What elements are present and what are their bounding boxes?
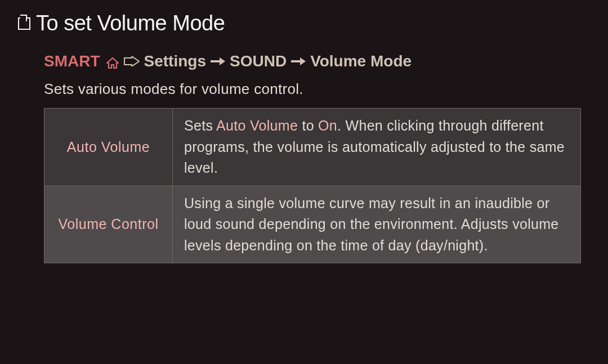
breadcrumb-smart: SMART bbox=[44, 52, 100, 70]
arrow-icon bbox=[291, 57, 306, 66]
settings-table: Auto Volume Sets Auto Volume to On. When… bbox=[44, 108, 581, 263]
table-row: Volume Control Using a single volume cur… bbox=[44, 186, 581, 263]
home-icon bbox=[106, 55, 119, 68]
page-description: Sets various modes for volume control. bbox=[44, 80, 581, 98]
breadcrumb-sound: SOUND bbox=[230, 52, 287, 70]
highlight-text: On bbox=[318, 118, 337, 133]
page-title: To set Volume Mode bbox=[36, 11, 225, 35]
row-description: Sets Auto Volume to On. When clicking th… bbox=[173, 109, 581, 186]
breadcrumb: SMART Settings SOUND bbox=[44, 52, 581, 70]
breadcrumb-settings: Settings bbox=[144, 52, 206, 70]
arrow-hollow-icon bbox=[124, 52, 140, 70]
row-label: Auto Volume bbox=[44, 109, 173, 186]
breadcrumb-volume-mode: Volume Mode bbox=[310, 52, 412, 70]
arrow-icon bbox=[211, 57, 225, 66]
bullet-icon bbox=[18, 17, 30, 30]
row-label: Volume Control bbox=[44, 186, 173, 263]
row-description: Using a single volume curve may result i… bbox=[173, 186, 581, 263]
table-row: Auto Volume Sets Auto Volume to On. When… bbox=[44, 109, 581, 186]
highlight-text: Auto Volume bbox=[216, 118, 298, 133]
page-title-row: To set Volume Mode bbox=[16, 11, 592, 35]
